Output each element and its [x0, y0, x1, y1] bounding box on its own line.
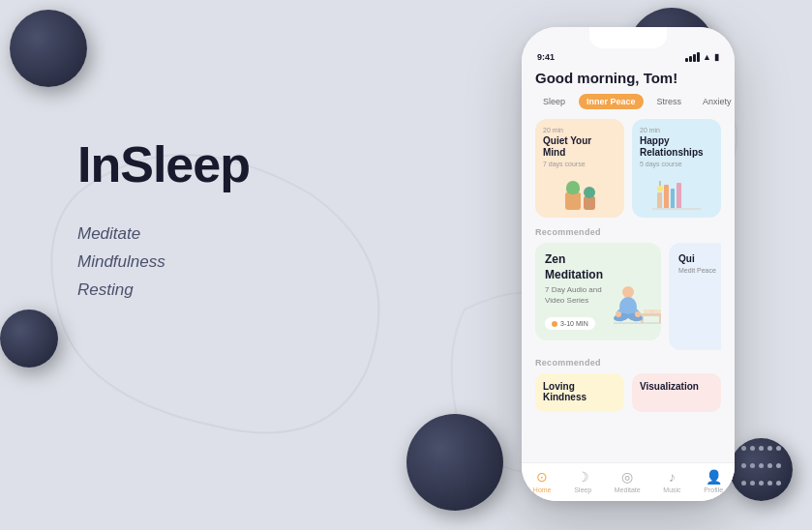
meditation-illustration — [609, 252, 661, 331]
signal-icon — [685, 52, 700, 62]
app-content: Good morning, Tom! Sleep Inner Peace Str… — [522, 64, 735, 418]
nav-meditate-label: Meditate — [615, 486, 641, 493]
svg-point-4 — [657, 186, 663, 191]
nav-profile-label: Profile — [704, 486, 723, 493]
battery-icon: ▮ — [714, 52, 719, 62]
tag-dot-icon — [552, 321, 557, 327]
profile-icon: 👤 — [706, 469, 722, 485]
plant-2 — [584, 196, 595, 210]
books-svg — [652, 175, 701, 210]
sphere-top-left — [10, 10, 87, 87]
card1-subtitle: 7 days course — [543, 161, 617, 167]
tagline-3: Resting — [77, 277, 250, 305]
loving-kindness-card[interactable]: Loving Kindness — [535, 373, 624, 412]
zen-tag: 3-10 MIN — [545, 317, 595, 330]
nav-home-label: Home — [533, 486, 552, 493]
qui-title: Qui — [678, 252, 721, 265]
card2-subtitle: 5 days course — [640, 161, 713, 167]
phone-notch — [589, 27, 667, 48]
card1-duration: 20 min — [543, 127, 617, 133]
visualization-label: Visualization — [640, 381, 699, 392]
card2-title: Happy Relationships — [640, 135, 713, 159]
happy-relationships-card[interactable]: 20 min Happy Relationships 5 days course — [632, 119, 721, 218]
zen-subtitle: 7 Day Audio and Video Series — [545, 285, 603, 306]
top-cards-row: 20 min Quiet Your Mind 7 days course 20 … — [535, 119, 721, 218]
card1-illustration — [543, 173, 617, 210]
nav-home[interactable]: ⊙ Home — [533, 469, 552, 493]
recommended-label-1: Recommended — [535, 227, 721, 237]
branding-section: InSleep Meditate Mindfulness Resting — [77, 135, 250, 305]
status-icons: ▲ ▮ — [685, 52, 719, 62]
phone-frame: 9:41 ▲ ▮ Good morning, Tom! — [522, 27, 735, 501]
sphere-bottom-center — [406, 414, 503, 511]
card1-title: Quiet Your Mind — [543, 135, 617, 159]
nav-meditate[interactable]: ◎ Meditate — [615, 469, 641, 493]
taglines: Meditate Mindfulness Resting — [77, 221, 250, 305]
status-time: 9:41 — [537, 52, 555, 62]
category-tabs[interactable]: Sleep Inner Peace Stress Anxiety — [535, 94, 721, 109]
person-svg — [609, 273, 661, 331]
meditate-icon: ◎ — [621, 469, 633, 485]
card2-duration: 20 min — [640, 127, 713, 133]
greeting-text: Good morning, Tom! — [535, 70, 721, 86]
status-bar: 9:41 ▲ ▮ — [522, 48, 735, 64]
music-icon: ♪ — [669, 469, 676, 485]
svg-rect-1 — [664, 185, 669, 210]
phone-mockup: 9:41 ▲ ▮ Good morning, Tom! — [522, 27, 735, 501]
tab-anxiety[interactable]: Anxiety — [695, 94, 735, 109]
large-cards-wrapper: Zen Meditation 7 Day Audio and Video Ser… — [535, 243, 721, 350]
svg-point-17 — [616, 311, 621, 317]
dots-decoration — [739, 439, 783, 491]
qui-subtitle: Medit Peace — [678, 267, 721, 274]
bottom-navigation: ⊙ Home ☽ Sleep ◎ Meditate ♪ Music 👤 P — [522, 462, 735, 501]
recommended-label-2: Recommended — [535, 358, 721, 368]
quiet-mind-card[interactable]: 20 min Quiet Your Mind 7 days course — [535, 119, 624, 218]
nav-sleep-label: Sleep — [574, 486, 591, 493]
svg-rect-3 — [677, 183, 681, 210]
svg-rect-2 — [671, 189, 675, 210]
wifi-icon: ▲ — [703, 52, 711, 62]
plants-illustration — [565, 192, 595, 210]
app-title: InSleep — [77, 135, 250, 193]
tab-stress[interactable]: Stress — [649, 94, 690, 109]
nav-music[interactable]: ♪ Music — [663, 469, 680, 493]
zen-meditation-card[interactable]: Zen Meditation 7 Day Audio and Video Ser… — [535, 243, 661, 340]
home-icon: ⊙ — [536, 469, 548, 485]
tab-inner-peace[interactable]: Inner Peace — [579, 94, 644, 109]
svg-rect-6 — [652, 208, 701, 210]
tagline-2: Mindfulness — [77, 249, 250, 277]
sphere-mid-left — [0, 309, 58, 368]
loving-kindness-label: Loving Kindness — [543, 381, 586, 402]
svg-rect-0 — [657, 192, 662, 210]
svg-rect-10 — [659, 316, 661, 323]
sleep-icon: ☽ — [577, 469, 589, 485]
nav-profile[interactable]: 👤 Profile — [704, 469, 723, 493]
svg-rect-8 — [638, 313, 661, 316]
card2-illustration — [640, 173, 713, 210]
zen-card-content: Zen Meditation 7 Day Audio and Video Ser… — [545, 252, 603, 331]
tab-sleep[interactable]: Sleep — [535, 94, 573, 109]
qui-card[interactable]: Qui Medit Peace — [669, 243, 721, 350]
zen-title: Zen Meditation — [545, 252, 603, 282]
phone-screen: 9:41 ▲ ▮ Good morning, Tom! — [522, 27, 735, 501]
nav-sleep[interactable]: ☽ Sleep — [574, 469, 591, 493]
nav-music-label: Music — [663, 486, 680, 493]
tagline-1: Meditate — [77, 221, 250, 249]
svg-point-11 — [622, 286, 634, 298]
visualization-card[interactable]: Visualization — [632, 373, 721, 412]
plant-1 — [565, 192, 581, 210]
bottom-cards-row: Loving Kindness Visualization — [535, 373, 721, 412]
svg-point-18 — [635, 311, 641, 317]
zen-tag-label: 3-10 MIN — [560, 320, 588, 327]
